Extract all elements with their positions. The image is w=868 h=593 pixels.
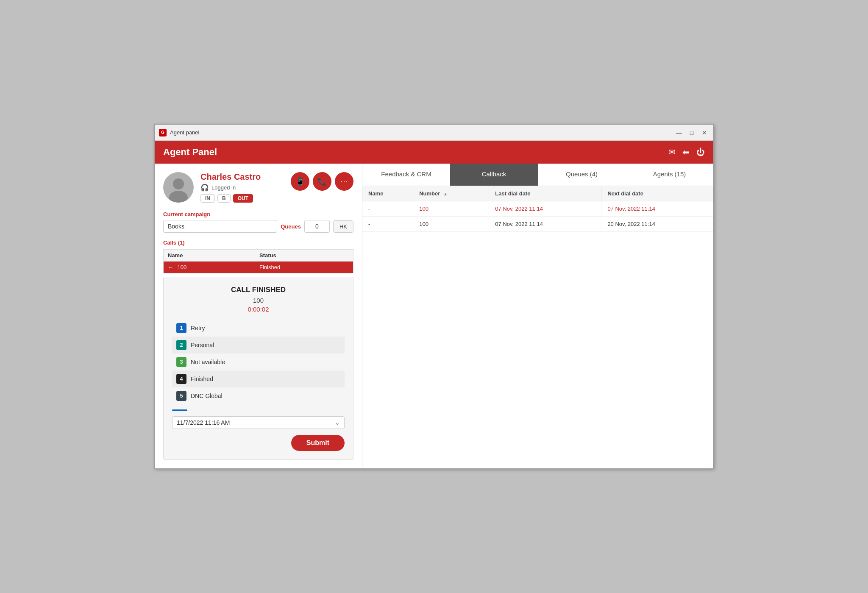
tab-callback[interactable]: Callback: [450, 164, 538, 186]
cb-last-dial-1: 07 Nov, 2022 11:14: [489, 201, 601, 217]
cb-last-dial-2: 07 Nov, 2022 11:14: [489, 217, 601, 232]
submit-button[interactable]: Submit: [291, 435, 345, 451]
window-controls: — □ ✕: [674, 128, 709, 137]
more-button[interactable]: ⋯: [335, 172, 353, 191]
avatar: [163, 172, 194, 203]
status-badges: IN B OUT: [200, 194, 287, 203]
callback-table: Name Number ▲ Last dial date Next dial d…: [362, 186, 713, 232]
disp-badge-1: 1: [176, 323, 186, 333]
headset-icon: 🎧: [200, 184, 209, 192]
cb-next-dial-1: 07 Nov, 2022 11:14: [601, 201, 713, 217]
app-window: G Agent panel — □ ✕ Agent Panel ✉ ⬅ ⏻: [154, 124, 714, 469]
agent-info: Charles Castro 🎧 Logged in IN B OUT 📱 📞: [163, 172, 353, 203]
campaign-input[interactable]: [163, 220, 277, 233]
cb-number-2: 100: [413, 217, 489, 232]
col-status: Status: [255, 250, 353, 262]
queues-label: Queues: [281, 223, 301, 230]
logout-icon[interactable]: ⬅: [682, 147, 690, 157]
sort-icon: ▲: [443, 192, 448, 196]
disp-label-2: Personal: [191, 342, 214, 348]
agent-details: Charles Castro 🎧 Logged in IN B OUT: [200, 172, 287, 203]
agent-status: Logged in: [211, 184, 236, 191]
campaign-row: Queues HK: [163, 220, 353, 233]
in-badge[interactable]: IN: [200, 194, 215, 203]
disp-label-3: Not available: [191, 359, 225, 365]
app-icon: G: [159, 129, 167, 136]
list-item[interactable]: 2 Personal: [172, 337, 345, 354]
tabs-bar: Feedback & CRM Callback Queues (4) Agent…: [362, 164, 713, 186]
app-title: Agent Panel: [163, 147, 217, 158]
close-button[interactable]: ✕: [700, 128, 709, 137]
scrollbar-indicator: [172, 409, 187, 411]
title-bar: G Agent panel — □ ✕: [155, 125, 713, 141]
header-actions: ✉ ⬅ ⏻: [668, 147, 705, 157]
maximize-button[interactable]: □: [687, 128, 696, 137]
out-badge[interactable]: OUT: [233, 194, 253, 203]
callback-table-wrap: Name Number ▲ Last dial date Next dial d…: [362, 186, 713, 232]
campaign-label: Current campaign: [163, 211, 353, 217]
list-item[interactable]: 1 Retry: [172, 320, 345, 337]
right-panel: Feedback & CRM Callback Queues (4) Agent…: [362, 164, 713, 468]
tab-feedback[interactable]: Feedback & CRM: [362, 164, 450, 186]
tab-agents[interactable]: Agents (15): [626, 164, 713, 186]
datetime-value: 11/7/2022 11:16 AM: [177, 419, 230, 426]
col-name: Name: [164, 250, 255, 262]
cb-col-next-dial: Next dial date: [601, 186, 713, 201]
call-name: ← 100: [164, 262, 255, 273]
mail-icon[interactable]: ✉: [668, 147, 676, 157]
disp-label-4: Finished: [191, 376, 213, 382]
calls-label: Calls (1): [163, 239, 353, 246]
cb-name-1: -: [362, 201, 413, 217]
disp-badge-2: 2: [176, 340, 186, 350]
cb-col-last-dial: Last dial date: [489, 186, 601, 201]
cb-col-number: Number ▲: [413, 186, 489, 201]
table-row[interactable]: - 100 07 Nov, 2022 11:14 07 Nov, 2022 11…: [362, 201, 713, 217]
disp-badge-4: 4: [176, 374, 186, 384]
agent-status-row: 🎧 Logged in: [200, 184, 287, 192]
queue-input[interactable]: [304, 220, 330, 233]
disp-label-5: DNC Global: [191, 393, 223, 399]
phone-button[interactable]: 📱: [291, 172, 309, 191]
power-icon[interactable]: ⏻: [696, 147, 705, 157]
back-icon: ←: [168, 264, 173, 270]
submit-row: Submit: [172, 435, 345, 451]
ctrl-buttons-row: 📱 📞 ⋯: [291, 172, 353, 191]
cb-col-name: Name: [362, 186, 413, 201]
title-bar-text: Agent panel: [170, 129, 674, 136]
call-button[interactable]: 📞: [313, 172, 331, 191]
hk-button[interactable]: HK: [333, 220, 353, 233]
cb-next-dial-2: 20 Nov, 2022 11:14: [601, 217, 713, 232]
disp-label-1: Retry: [191, 325, 205, 331]
call-control-buttons: 📱 📞 ⋯: [291, 172, 353, 191]
chevron-down-icon: ⌄: [335, 419, 340, 426]
minimize-button[interactable]: —: [674, 128, 684, 137]
b-badge[interactable]: B: [217, 194, 231, 203]
list-item[interactable]: 4 Finished: [172, 370, 345, 387]
cb-number-1: 100: [413, 201, 489, 217]
disposition-list: 1 Retry 2 Personal 3 Not available 4 Fin…: [172, 320, 345, 404]
main-content: Charles Castro 🎧 Logged in IN B OUT 📱 📞: [155, 164, 713, 468]
datetime-row[interactable]: 11/7/2022 11:16 AM ⌄: [172, 416, 345, 429]
calls-section: Calls (1) Name Status ← 100 Fin: [163, 239, 353, 273]
call-finished-panel: CALL FINISHED 100 0:00:02 1 Retry 2 Pers…: [163, 277, 353, 460]
table-row[interactable]: ← 100 Finished: [164, 262, 353, 273]
cb-name-2: -: [362, 217, 413, 232]
campaign-section: Current campaign Queues HK: [163, 211, 353, 233]
agent-name: Charles Castro: [200, 172, 287, 182]
call-finished-title: CALL FINISHED: [172, 286, 345, 294]
left-panel: Charles Castro 🎧 Logged in IN B OUT 📱 📞: [155, 164, 362, 468]
calls-table: Name Status ← 100 Finished: [163, 249, 353, 273]
list-item[interactable]: 5 DNC Global: [172, 387, 345, 404]
disp-badge-5: 5: [176, 391, 186, 401]
app-header: Agent Panel ✉ ⬅ ⏻: [155, 141, 713, 164]
tab-queues[interactable]: Queues (4): [538, 164, 626, 186]
list-item[interactable]: 3 Not available: [172, 354, 345, 370]
svg-point-1: [173, 178, 184, 189]
call-number: 100: [172, 297, 345, 304]
table-row[interactable]: - 100 07 Nov, 2022 11:14 20 Nov, 2022 11…: [362, 217, 713, 232]
call-status: Finished: [255, 262, 353, 273]
disp-badge-3: 3: [176, 357, 186, 367]
call-duration: 0:00:02: [172, 306, 345, 313]
